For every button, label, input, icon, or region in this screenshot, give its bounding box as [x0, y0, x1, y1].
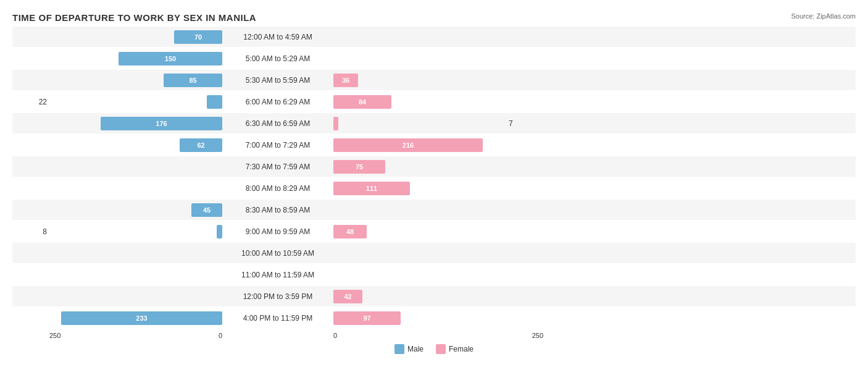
time-label: 6:30 AM to 6:59 AM: [222, 119, 333, 128]
female-bar-wrap: [333, 117, 506, 130]
female-bar-label: 36: [340, 77, 352, 84]
female-bar-wrap: 216: [333, 138, 506, 152]
male-bar: 85: [164, 74, 222, 87]
legend: Male Female: [12, 344, 856, 354]
male-bar: 176: [101, 117, 222, 130]
time-label: 11:00 AM to 11:59 AM: [222, 271, 333, 279]
chart-title: TIME OF DEPARTURE TO WORK BY SEX IN MANI…: [12, 12, 856, 23]
male-bar: 233: [61, 311, 222, 325]
chart-row: 1766:30 AM to 6:59 AM7: [12, 113, 856, 133]
female-bar-wrap: 97: [333, 311, 506, 325]
time-label: 5:00 AM to 5:29 AM: [222, 54, 333, 63]
female-bar: 84: [333, 95, 391, 109]
chart-row: 10:00 AM to 10:59 AM: [12, 243, 856, 263]
female-bar-wrap: 42: [333, 290, 506, 303]
axis-left-zero: 0: [219, 332, 222, 339]
female-bar-wrap: 48: [333, 225, 506, 238]
male-bar-wrap: 45: [49, 203, 222, 217]
time-label: 9:00 AM to 9:59 AM: [222, 227, 333, 236]
female-bar-label: 48: [344, 228, 356, 235]
female-bar-label: 97: [361, 314, 373, 322]
female-bar: 111: [333, 182, 410, 195]
legend-female-icon: [436, 344, 446, 354]
time-label: 5:30 AM to 5:59 AM: [222, 76, 333, 85]
male-bar-wrap: [49, 95, 222, 109]
male-bar-label: 45: [201, 206, 213, 214]
source-text: Source: ZipAtlas.com: [791, 12, 856, 20]
female-bar: 48: [333, 225, 367, 238]
chart-row: 627:00 AM to 7:29 AM216: [12, 135, 856, 155]
female-bar-wrap: 111: [333, 182, 506, 195]
female-bar-wrap: 36: [333, 74, 506, 87]
female-bar-label: 42: [341, 293, 354, 300]
legend-female-label: Female: [449, 345, 474, 353]
female-bar-wrap: 75: [333, 160, 506, 174]
chart-row: 2334:00 PM to 11:59 PM97: [12, 308, 856, 328]
male-bar-label: 62: [194, 141, 207, 149]
male-bar-label: 233: [133, 314, 149, 322]
female-bar: 216: [333, 138, 483, 152]
male-bar-wrap: 85: [49, 74, 222, 87]
male-bar-label: 150: [162, 55, 178, 62]
male-bar: 150: [119, 52, 222, 65]
male-bar-wrap: 176: [49, 117, 222, 130]
female-bar: 75: [333, 160, 385, 174]
legend-male-icon: [394, 344, 404, 354]
chart-row: 855:30 AM to 5:59 AM36: [12, 70, 856, 90]
time-label: 8:30 AM to 8:59 AM: [222, 206, 333, 214]
male-value: 8: [12, 227, 49, 236]
female-value: 7: [506, 119, 543, 128]
time-label: 7:00 AM to 7:29 AM: [222, 141, 333, 150]
male-bar: [207, 95, 222, 109]
male-bar: 62: [180, 138, 222, 152]
male-bar-wrap: 70: [49, 30, 222, 44]
female-bar-label: 84: [356, 98, 369, 106]
male-bar-label: 176: [153, 120, 169, 127]
axis-left: 250 0: [12, 332, 222, 339]
time-label: 12:00 AM to 4:59 AM: [222, 33, 333, 41]
axis-right-max: 250: [532, 332, 543, 339]
male-value: 22: [12, 98, 49, 106]
chart-row: 1505:00 AM to 5:29 AM: [12, 48, 856, 69]
female-bar: 42: [333, 290, 362, 303]
legend-male-label: Male: [407, 345, 424, 353]
male-bar: 45: [191, 203, 222, 217]
chart-row: 226:00 AM to 6:29 AM84: [12, 91, 856, 112]
female-bar-wrap: 84: [333, 95, 506, 109]
male-bar-label: 85: [186, 77, 199, 84]
male-bar: 70: [174, 30, 222, 44]
chart-row: 7:30 AM to 7:59 AM75: [12, 156, 856, 177]
female-bar-label: 216: [400, 141, 416, 149]
axis-right-zero: 0: [333, 332, 337, 339]
female-bar: 97: [333, 311, 401, 325]
axis-left-max: 250: [49, 332, 61, 339]
chart-container: TIME OF DEPARTURE TO WORK BY SEX IN MANI…: [0, 0, 868, 367]
male-bar-label: 70: [192, 33, 204, 41]
chart-row: 11:00 AM to 11:59 AM: [12, 264, 856, 285]
time-label: 12:00 PM to 3:59 PM: [222, 292, 333, 301]
chart-row: 7012:00 AM to 4:59 AM: [12, 27, 856, 47]
female-bar-label: 75: [353, 163, 365, 171]
chart-row: 458:30 AM to 8:59 AM: [12, 200, 856, 220]
axis-right: 0 250: [333, 332, 543, 339]
chart-row: 8:00 AM to 8:29 AM111: [12, 178, 856, 198]
time-label: 10:00 AM to 10:59 AM: [222, 249, 333, 258]
time-label: 7:30 AM to 7:59 AM: [222, 162, 333, 171]
female-bar-label: 111: [364, 185, 380, 192]
chart-row: 12:00 PM to 3:59 PM42: [12, 286, 856, 306]
male-bar-wrap: [49, 225, 222, 238]
male-bar: [217, 225, 222, 238]
legend-male: Male: [394, 344, 424, 354]
female-bar: 36: [333, 74, 358, 87]
time-label: 6:00 AM to 6:29 AM: [222, 98, 333, 106]
male-bar-wrap: 62: [49, 138, 222, 152]
male-bar-wrap: 233: [49, 311, 222, 325]
axis-row: 250 0 0 250: [12, 332, 856, 339]
chart-area: 7012:00 AM to 4:59 AM1505:00 AM to 5:29 …: [12, 27, 856, 328]
chart-row: 89:00 AM to 9:59 AM48: [12, 221, 856, 242]
female-bar: [333, 117, 338, 130]
time-label: 8:00 AM to 8:29 AM: [222, 184, 333, 193]
time-label: 4:00 PM to 11:59 PM: [222, 314, 333, 323]
legend-female: Female: [436, 344, 474, 354]
male-bar-wrap: 150: [49, 52, 222, 65]
